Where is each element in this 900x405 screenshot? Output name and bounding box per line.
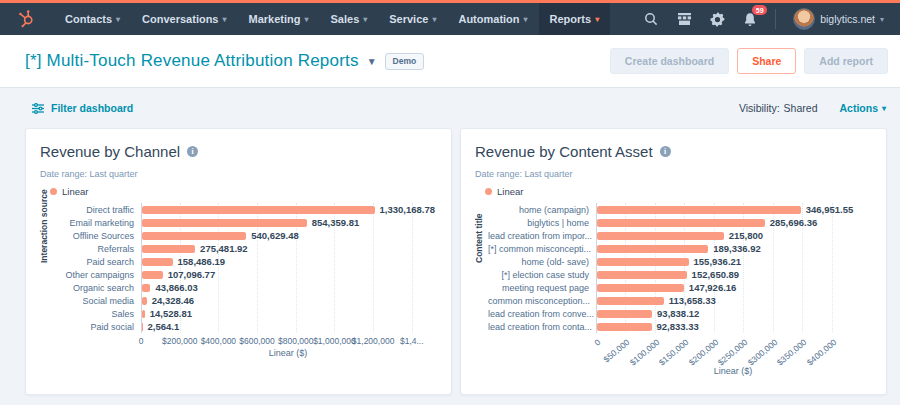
x-tick-label: $200,000 <box>162 336 197 346</box>
create-dashboard-button[interactable]: Create dashboard <box>610 48 729 74</box>
bar-row: home (campaign)346,951.55 <box>488 203 870 216</box>
bar-value-label: 152,650.89 <box>692 269 740 280</box>
bar[interactable] <box>142 245 195 253</box>
demo-badge: Demo <box>385 53 425 70</box>
hubspot-logo-icon[interactable] <box>14 6 40 32</box>
bar[interactable] <box>142 206 375 214</box>
dashboard-toolbar: Filter dashboard Visibility:Shared Actio… <box>0 88 900 128</box>
x-tick-label: 0 <box>139 336 144 346</box>
bar[interactable] <box>597 323 652 331</box>
dashboard-switcher-chevron-icon[interactable]: ▼ <box>367 56 377 67</box>
bar[interactable] <box>142 219 307 227</box>
bar[interactable] <box>142 232 246 240</box>
bar-row: Social media24,328.46 <box>53 294 435 307</box>
bar-area: 189,336.92 <box>596 242 870 255</box>
bar-area: 215,800 <box>596 229 870 242</box>
page-title: [*] Multi-Touch Revenue Attribution Repo… <box>25 51 359 71</box>
bar[interactable] <box>597 219 765 227</box>
bar[interactable] <box>597 310 652 318</box>
marketplace-icon[interactable] <box>676 11 692 27</box>
bar[interactable] <box>597 258 689 266</box>
bar-area: 24,328.46 <box>141 294 435 307</box>
bar-area: 346,951.55 <box>596 203 870 216</box>
nav-item-service[interactable]: Service▾ <box>378 3 447 35</box>
bar-area: 93,838.12 <box>596 307 870 320</box>
bar-rows: Direct traffic1,330,168.78Email marketin… <box>53 203 435 333</box>
category-label: Other campaigns <box>53 270 141 280</box>
x-tick-label: 0 <box>592 337 602 348</box>
bar[interactable] <box>597 284 684 292</box>
legend-item[interactable]: Linear <box>485 186 870 197</box>
bar-area: 107,096.77 <box>141 268 435 281</box>
user-avatar[interactable] <box>793 8 815 30</box>
bar-area: 14,528.81 <box>141 307 435 320</box>
legend-item[interactable]: Linear <box>50 186 435 197</box>
bar-value-label: 93,838.12 <box>657 308 699 319</box>
filter-dashboard-link[interactable]: Filter dashboard <box>32 102 133 114</box>
filter-sliders-icon <box>32 103 44 114</box>
report-title: Revenue by Channel <box>40 143 180 160</box>
add-report-button[interactable]: Add report <box>804 48 888 74</box>
visibility-value: Shared <box>784 102 818 114</box>
bar-area: 155,936.21 <box>596 255 870 268</box>
report-card-revenue-by-channel: Revenue by Channel i Date range: Last qu… <box>25 128 452 395</box>
bar-row: Sales14,528.81 <box>53 307 435 320</box>
x-tick-label: $150,000 <box>657 337 691 367</box>
bar[interactable] <box>142 258 173 266</box>
nav-item-contacts[interactable]: Contacts▾ <box>54 3 131 35</box>
bar-row: lead creation from impor...215,800 <box>488 229 870 242</box>
bar-area: 285,696.36 <box>596 216 870 229</box>
category-label: meeting request page <box>488 283 596 293</box>
bar-value-label: 158,486.19 <box>178 256 226 267</box>
notifications-bell-icon[interactable]: 59 <box>742 11 758 27</box>
x-tick-label: $800,000 <box>278 336 313 346</box>
chevron-down-icon: ▾ <box>432 15 436 24</box>
bar[interactable] <box>142 284 150 292</box>
x-tick-label: $1,000,000 <box>313 336 356 346</box>
bar-area: 854,359.81 <box>141 216 435 229</box>
bar[interactable] <box>142 310 145 318</box>
bar[interactable] <box>597 297 664 305</box>
report-title: Revenue by Content Asset <box>475 143 653 160</box>
bar-row: Referrals275,481.92 <box>53 242 435 255</box>
info-icon[interactable]: i <box>187 146 198 157</box>
share-button[interactable]: Share <box>737 48 796 74</box>
bar-area: 275,481.92 <box>141 242 435 255</box>
bar[interactable] <box>597 232 724 240</box>
bar-area: 152,650.89 <box>596 268 870 281</box>
bar[interactable] <box>597 206 801 214</box>
category-label: Social media <box>53 296 141 306</box>
header-buttons: Create dashboard Share Add report <box>610 48 888 74</box>
nav-menu: Contacts▾ Conversations▾ Marketing▾ Sale… <box>54 3 610 35</box>
bar[interactable] <box>142 297 147 305</box>
bar-row: Offline Sources540,629.48 <box>53 229 435 242</box>
account-menu[interactable]: biglytics.net ▾ <box>793 8 884 30</box>
dashboard-cards: Revenue by Channel i Date range: Last qu… <box>0 128 900 395</box>
bar-value-label: 155,936.21 <box>694 256 742 267</box>
bar[interactable] <box>597 271 687 279</box>
category-label: Direct traffic <box>53 205 141 215</box>
actions-menu-button[interactable]: Actions▾ <box>839 102 886 114</box>
x-tick-label: $1,4... <box>400 336 424 346</box>
nav-item-automation[interactable]: Automation▾ <box>447 3 538 35</box>
bar-row: Other campaigns107,096.77 <box>53 268 435 281</box>
bar[interactable] <box>142 271 163 279</box>
bar-chart: Interaction source Direct traffic1,330,1… <box>40 203 435 358</box>
x-tick-label: $300,000 <box>746 337 780 367</box>
settings-gear-icon[interactable] <box>709 11 725 27</box>
nav-item-marketing[interactable]: Marketing▾ <box>238 3 320 35</box>
search-icon[interactable] <box>643 11 659 27</box>
info-icon[interactable]: i <box>660 146 671 157</box>
bar-area: 43,866.03 <box>141 281 435 294</box>
bar-value-label: 346,951.55 <box>806 204 854 215</box>
bar-value-label: 1,330,168.78 <box>380 204 435 215</box>
x-tick-label: $600,000 <box>239 336 274 346</box>
y-axis-title: Content title <box>474 213 484 263</box>
bar[interactable] <box>597 245 708 253</box>
nav-item-sales[interactable]: Sales▾ <box>320 3 379 35</box>
nav-item-conversations[interactable]: Conversations▾ <box>131 3 237 35</box>
bar-row: Organic search43,866.03 <box>53 281 435 294</box>
bar-value-label: 189,336.92 <box>713 243 761 254</box>
chevron-down-icon: ▾ <box>363 15 367 24</box>
nav-item-reports[interactable]: Reports▾ <box>539 3 611 35</box>
